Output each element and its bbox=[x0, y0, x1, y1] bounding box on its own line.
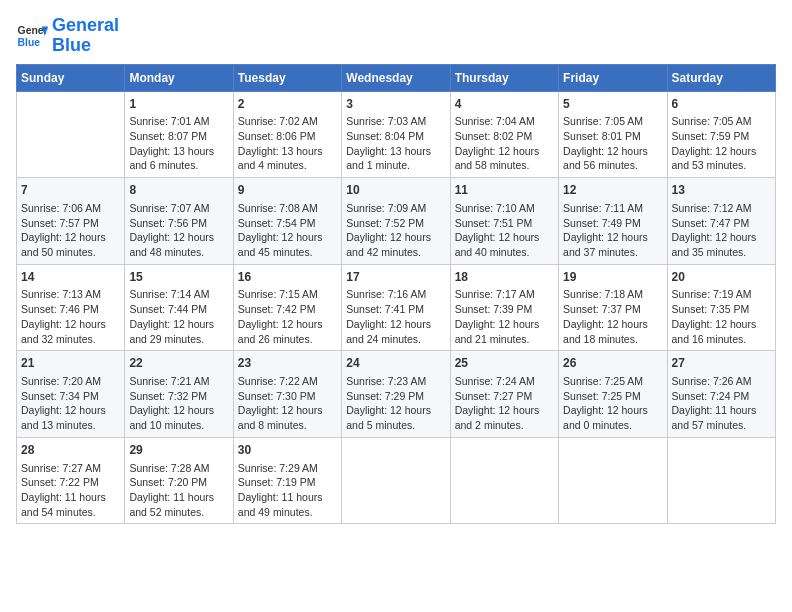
day-number: 9 bbox=[238, 182, 337, 199]
day-info: Sunrise: 7:24 AM Sunset: 7:27 PM Dayligh… bbox=[455, 374, 554, 433]
calendar-cell: 24Sunrise: 7:23 AM Sunset: 7:29 PM Dayli… bbox=[342, 351, 450, 438]
logo-icon: General Blue bbox=[16, 20, 48, 52]
day-number: 28 bbox=[21, 442, 120, 459]
calendar-cell: 8Sunrise: 7:07 AM Sunset: 7:56 PM Daylig… bbox=[125, 178, 233, 265]
day-info: Sunrise: 7:12 AM Sunset: 7:47 PM Dayligh… bbox=[672, 201, 771, 260]
day-number: 13 bbox=[672, 182, 771, 199]
day-number: 19 bbox=[563, 269, 662, 286]
day-info: Sunrise: 7:14 AM Sunset: 7:44 PM Dayligh… bbox=[129, 287, 228, 346]
calendar-cell: 13Sunrise: 7:12 AM Sunset: 7:47 PM Dayli… bbox=[667, 178, 775, 265]
day-number: 10 bbox=[346, 182, 445, 199]
calendar-cell: 12Sunrise: 7:11 AM Sunset: 7:49 PM Dayli… bbox=[559, 178, 667, 265]
calendar-cell: 18Sunrise: 7:17 AM Sunset: 7:39 PM Dayli… bbox=[450, 264, 558, 351]
day-number: 21 bbox=[21, 355, 120, 372]
logo: General Blue GeneralBlue bbox=[16, 16, 119, 56]
calendar-cell: 23Sunrise: 7:22 AM Sunset: 7:30 PM Dayli… bbox=[233, 351, 341, 438]
day-number: 3 bbox=[346, 96, 445, 113]
calendar-cell: 19Sunrise: 7:18 AM Sunset: 7:37 PM Dayli… bbox=[559, 264, 667, 351]
calendar-cell: 11Sunrise: 7:10 AM Sunset: 7:51 PM Dayli… bbox=[450, 178, 558, 265]
day-number: 2 bbox=[238, 96, 337, 113]
day-info: Sunrise: 7:16 AM Sunset: 7:41 PM Dayligh… bbox=[346, 287, 445, 346]
weekday-header-friday: Friday bbox=[559, 64, 667, 91]
day-info: Sunrise: 7:15 AM Sunset: 7:42 PM Dayligh… bbox=[238, 287, 337, 346]
weekday-header-monday: Monday bbox=[125, 64, 233, 91]
day-info: Sunrise: 7:25 AM Sunset: 7:25 PM Dayligh… bbox=[563, 374, 662, 433]
calendar-cell: 26Sunrise: 7:25 AM Sunset: 7:25 PM Dayli… bbox=[559, 351, 667, 438]
calendar-cell: 28Sunrise: 7:27 AM Sunset: 7:22 PM Dayli… bbox=[17, 437, 125, 524]
day-number: 25 bbox=[455, 355, 554, 372]
calendar-cell bbox=[450, 437, 558, 524]
day-number: 15 bbox=[129, 269, 228, 286]
calendar-cell: 2Sunrise: 7:02 AM Sunset: 8:06 PM Daylig… bbox=[233, 91, 341, 178]
day-info: Sunrise: 7:08 AM Sunset: 7:54 PM Dayligh… bbox=[238, 201, 337, 260]
weekday-header-wednesday: Wednesday bbox=[342, 64, 450, 91]
calendar-cell: 25Sunrise: 7:24 AM Sunset: 7:27 PM Dayli… bbox=[450, 351, 558, 438]
day-info: Sunrise: 7:29 AM Sunset: 7:19 PM Dayligh… bbox=[238, 461, 337, 520]
day-number: 16 bbox=[238, 269, 337, 286]
logo-text: GeneralBlue bbox=[52, 16, 119, 56]
day-info: Sunrise: 7:11 AM Sunset: 7:49 PM Dayligh… bbox=[563, 201, 662, 260]
day-info: Sunrise: 7:17 AM Sunset: 7:39 PM Dayligh… bbox=[455, 287, 554, 346]
day-info: Sunrise: 7:23 AM Sunset: 7:29 PM Dayligh… bbox=[346, 374, 445, 433]
day-info: Sunrise: 7:04 AM Sunset: 8:02 PM Dayligh… bbox=[455, 114, 554, 173]
day-number: 23 bbox=[238, 355, 337, 372]
day-info: Sunrise: 7:05 AM Sunset: 7:59 PM Dayligh… bbox=[672, 114, 771, 173]
page-header: General Blue GeneralBlue bbox=[16, 16, 776, 56]
weekday-header-thursday: Thursday bbox=[450, 64, 558, 91]
calendar-cell: 6Sunrise: 7:05 AM Sunset: 7:59 PM Daylig… bbox=[667, 91, 775, 178]
day-number: 18 bbox=[455, 269, 554, 286]
day-number: 4 bbox=[455, 96, 554, 113]
weekday-header-tuesday: Tuesday bbox=[233, 64, 341, 91]
day-number: 22 bbox=[129, 355, 228, 372]
day-number: 7 bbox=[21, 182, 120, 199]
day-number: 20 bbox=[672, 269, 771, 286]
calendar-cell: 1Sunrise: 7:01 AM Sunset: 8:07 PM Daylig… bbox=[125, 91, 233, 178]
calendar-cell: 27Sunrise: 7:26 AM Sunset: 7:24 PM Dayli… bbox=[667, 351, 775, 438]
day-number: 6 bbox=[672, 96, 771, 113]
day-info: Sunrise: 7:13 AM Sunset: 7:46 PM Dayligh… bbox=[21, 287, 120, 346]
calendar-cell bbox=[559, 437, 667, 524]
calendar-cell: 29Sunrise: 7:28 AM Sunset: 7:20 PM Dayli… bbox=[125, 437, 233, 524]
day-info: Sunrise: 7:28 AM Sunset: 7:20 PM Dayligh… bbox=[129, 461, 228, 520]
day-info: Sunrise: 7:02 AM Sunset: 8:06 PM Dayligh… bbox=[238, 114, 337, 173]
calendar-cell: 9Sunrise: 7:08 AM Sunset: 7:54 PM Daylig… bbox=[233, 178, 341, 265]
day-number: 1 bbox=[129, 96, 228, 113]
calendar-table: SundayMondayTuesdayWednesdayThursdayFrid… bbox=[16, 64, 776, 525]
day-info: Sunrise: 7:05 AM Sunset: 8:01 PM Dayligh… bbox=[563, 114, 662, 173]
calendar-cell bbox=[667, 437, 775, 524]
day-number: 11 bbox=[455, 182, 554, 199]
day-number: 8 bbox=[129, 182, 228, 199]
day-info: Sunrise: 7:09 AM Sunset: 7:52 PM Dayligh… bbox=[346, 201, 445, 260]
weekday-header-saturday: Saturday bbox=[667, 64, 775, 91]
day-number: 27 bbox=[672, 355, 771, 372]
calendar-cell: 16Sunrise: 7:15 AM Sunset: 7:42 PM Dayli… bbox=[233, 264, 341, 351]
day-number: 5 bbox=[563, 96, 662, 113]
day-info: Sunrise: 7:07 AM Sunset: 7:56 PM Dayligh… bbox=[129, 201, 228, 260]
day-info: Sunrise: 7:21 AM Sunset: 7:32 PM Dayligh… bbox=[129, 374, 228, 433]
day-number: 30 bbox=[238, 442, 337, 459]
day-number: 14 bbox=[21, 269, 120, 286]
calendar-cell: 5Sunrise: 7:05 AM Sunset: 8:01 PM Daylig… bbox=[559, 91, 667, 178]
calendar-cell: 4Sunrise: 7:04 AM Sunset: 8:02 PM Daylig… bbox=[450, 91, 558, 178]
calendar-cell: 20Sunrise: 7:19 AM Sunset: 7:35 PM Dayli… bbox=[667, 264, 775, 351]
calendar-cell: 22Sunrise: 7:21 AM Sunset: 7:32 PM Dayli… bbox=[125, 351, 233, 438]
day-info: Sunrise: 7:26 AM Sunset: 7:24 PM Dayligh… bbox=[672, 374, 771, 433]
day-info: Sunrise: 7:10 AM Sunset: 7:51 PM Dayligh… bbox=[455, 201, 554, 260]
calendar-cell: 14Sunrise: 7:13 AM Sunset: 7:46 PM Dayli… bbox=[17, 264, 125, 351]
day-info: Sunrise: 7:06 AM Sunset: 7:57 PM Dayligh… bbox=[21, 201, 120, 260]
day-number: 29 bbox=[129, 442, 228, 459]
day-number: 24 bbox=[346, 355, 445, 372]
day-info: Sunrise: 7:03 AM Sunset: 8:04 PM Dayligh… bbox=[346, 114, 445, 173]
calendar-cell: 30Sunrise: 7:29 AM Sunset: 7:19 PM Dayli… bbox=[233, 437, 341, 524]
calendar-cell: 15Sunrise: 7:14 AM Sunset: 7:44 PM Dayli… bbox=[125, 264, 233, 351]
calendar-cell: 17Sunrise: 7:16 AM Sunset: 7:41 PM Dayli… bbox=[342, 264, 450, 351]
calendar-cell: 3Sunrise: 7:03 AM Sunset: 8:04 PM Daylig… bbox=[342, 91, 450, 178]
svg-text:Blue: Blue bbox=[18, 36, 41, 47]
day-number: 26 bbox=[563, 355, 662, 372]
calendar-cell: 7Sunrise: 7:06 AM Sunset: 7:57 PM Daylig… bbox=[17, 178, 125, 265]
calendar-cell: 10Sunrise: 7:09 AM Sunset: 7:52 PM Dayli… bbox=[342, 178, 450, 265]
day-number: 17 bbox=[346, 269, 445, 286]
day-info: Sunrise: 7:01 AM Sunset: 8:07 PM Dayligh… bbox=[129, 114, 228, 173]
day-info: Sunrise: 7:19 AM Sunset: 7:35 PM Dayligh… bbox=[672, 287, 771, 346]
weekday-header-sunday: Sunday bbox=[17, 64, 125, 91]
